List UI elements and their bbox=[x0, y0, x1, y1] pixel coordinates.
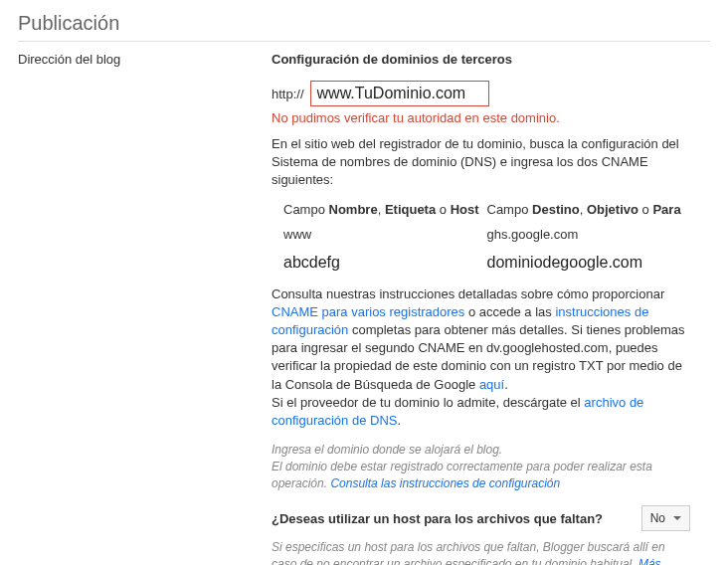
select-value: No bbox=[650, 511, 665, 525]
dns-intro-text: En el sitio web del registrador de tu do… bbox=[272, 135, 690, 190]
section-heading: Configuración de dominios de terceros bbox=[272, 52, 690, 67]
config-instructions-link-2[interactable]: Consulta las instrucciones de configurac… bbox=[330, 476, 560, 490]
cname-header-destination: Campo Destino, Objetivo o Para bbox=[487, 202, 691, 217]
domain-input[interactable] bbox=[310, 81, 489, 106]
domain-error-message: No pudimos verificar tu autoridad en est… bbox=[272, 110, 690, 125]
cname-header-name: Campo Nombre, Etiqueta o Host bbox=[283, 202, 487, 217]
cname-row2-dest: dominiodegoogle.com bbox=[487, 254, 691, 272]
instructions-paragraph: Consulta nuestras instrucciones detallad… bbox=[272, 285, 690, 431]
cname-registrars-link[interactable]: CNAME para varios registradores bbox=[272, 304, 464, 319]
missing-files-question: ¿Deseas utilizar un host para los archiv… bbox=[272, 511, 603, 526]
missing-files-select[interactable]: No bbox=[641, 505, 690, 531]
domain-help-text: Ingresa el dominio donde se alojará el b… bbox=[272, 442, 690, 491]
cname-table: Campo Nombre, Etiqueta o Host Campo Dest… bbox=[272, 202, 690, 272]
chevron-down-icon bbox=[673, 516, 681, 520]
cname-row2-name: abcdefg bbox=[283, 254, 487, 272]
protocol-label: http:// bbox=[272, 87, 304, 101]
blog-address-label: Dirección del blog bbox=[18, 52, 272, 67]
divider bbox=[18, 41, 710, 42]
cname-row1-dest: ghs.google.com bbox=[487, 227, 691, 242]
search-console-link[interactable]: aquí bbox=[479, 377, 504, 392]
page-title: Publicación bbox=[18, 12, 710, 35]
cname-row1-name: www bbox=[283, 227, 487, 242]
missing-files-help: Si especificas un host para los archivos… bbox=[272, 539, 690, 565]
